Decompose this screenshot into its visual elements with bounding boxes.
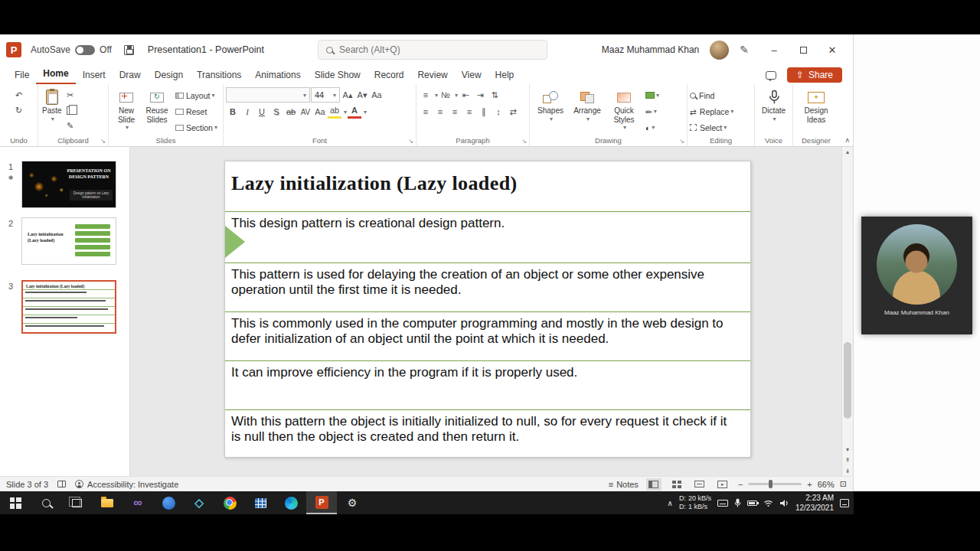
slide-3-thumbnail-selected[interactable]: Lazy initialization (Lazy loaded) (21, 280, 116, 334)
search-box[interactable] (318, 40, 547, 60)
grow-font-button[interactable]: A▴ (341, 88, 354, 102)
scroll-up-button[interactable]: ▴ (842, 148, 853, 155)
zoom-slider-knob[interactable] (769, 480, 773, 488)
text-highlight-button[interactable]: ab (328, 105, 341, 119)
accessibility-status[interactable]: Accessibility: Investigate (75, 480, 178, 489)
paragraph-dialog-launcher[interactable]: ↘ (521, 138, 527, 145)
align-left-button[interactable]: ≡ (419, 105, 433, 119)
highlight-dropdown-icon[interactable]: ▾ (344, 109, 347, 116)
tab-review[interactable]: Review (410, 67, 454, 84)
previous-slide-button[interactable]: ↟ (845, 457, 851, 464)
slide-editor[interactable]: Lazy initialization (Lazy loaded) This d… (224, 161, 751, 458)
font-name-combo[interactable]: ▾ (226, 87, 310, 103)
tab-draw[interactable]: Draw (113, 67, 148, 84)
slide-text-row[interactable]: It can improve efficiency in the program… (225, 360, 750, 409)
align-center-button[interactable]: ≡ (433, 105, 447, 119)
italic-button[interactable]: I (240, 105, 254, 119)
copy-button[interactable] (64, 103, 77, 117)
slide-text-row[interactable]: This pattern is used for delaying the cr… (225, 262, 750, 311)
powerpoint-app-icon[interactable]: P (6, 42, 21, 57)
align-right-button[interactable]: ≡ (448, 105, 462, 119)
clear-formatting-button[interactable]: Aa (370, 88, 384, 102)
section-button[interactable]: Section▾ (175, 120, 217, 135)
font-dialog-launcher[interactable]: ↘ (408, 138, 413, 145)
settings-button[interactable]: ⚙ (337, 491, 368, 514)
shapes-button[interactable]: Shapes ▾ (532, 86, 569, 135)
design-ideas-button[interactable]: ✦ Design Ideas (795, 86, 837, 126)
redo-button[interactable]: ↻ (12, 103, 26, 117)
font-color-dropdown-icon[interactable]: ▾ (364, 109, 367, 116)
reading-view-button[interactable] (692, 478, 707, 491)
slide-text-row[interactable]: This design pattern is creational design… (225, 212, 750, 262)
task-view-button[interactable] (61, 491, 92, 514)
tab-transitions[interactable]: Transitions (190, 67, 248, 84)
cut-button[interactable]: ✂ (64, 88, 77, 102)
save-icon[interactable] (124, 45, 134, 55)
battery-tray-icon[interactable] (747, 500, 757, 506)
underline-button[interactable]: U (255, 105, 269, 119)
collapse-ribbon-button[interactable]: ∧ (844, 136, 850, 144)
fit-slide-button[interactable]: ⊡ (840, 479, 847, 489)
strikethrough-button[interactable]: ab (284, 105, 298, 119)
slide-text-row[interactable]: With this pattern the object is initiall… (225, 409, 750, 459)
action-center-icon[interactable] (840, 499, 849, 507)
vertical-scrollbar[interactable]: ▴ ▾ ↟ ↡ (841, 147, 853, 476)
account-avatar[interactable] (710, 41, 729, 60)
edge-button[interactable] (276, 491, 306, 514)
comments-icon[interactable] (766, 71, 776, 80)
font-color-button[interactable]: A (348, 105, 361, 119)
file-explorer-button[interactable] (92, 491, 122, 514)
visual-studio-button[interactable]: ∞ (122, 491, 153, 514)
normal-view-button[interactable] (646, 478, 662, 491)
format-painter-button[interactable]: ✎ (64, 119, 77, 132)
wifi-tray-icon[interactable] (763, 499, 773, 507)
paste-button[interactable]: Paste ▾ (41, 86, 64, 135)
text-direction-button[interactable]: ⇅ (488, 88, 501, 102)
powerpoint-taskbar-button[interactable]: P (306, 491, 337, 514)
zoom-in-button[interactable]: + (807, 480, 812, 489)
bullets-button[interactable]: ≡ (419, 88, 433, 102)
minimize-button[interactable]: – (760, 37, 789, 62)
increase-indent-button[interactable]: ⇥ (473, 88, 487, 102)
bullets-dropdown-icon[interactable]: ▾ (435, 92, 438, 99)
undo-button[interactable]: ↶ (12, 88, 26, 102)
account-name[interactable]: Maaz Muhammad Khan (602, 44, 699, 55)
tab-help[interactable]: Help (488, 67, 521, 84)
shape-effects-button[interactable]: ◐▾ (645, 120, 659, 135)
tab-view[interactable]: View (455, 67, 488, 84)
reset-button[interactable]: Reset (175, 104, 217, 119)
slide-show-button[interactable]: ▸ (715, 478, 730, 491)
speaker-tray-icon[interactable] (779, 499, 789, 507)
decrease-indent-button[interactable]: ⇤ (459, 88, 472, 102)
numbering-button[interactable]: № (439, 88, 452, 102)
taskbar-search-button[interactable] (31, 491, 61, 514)
autosave-control[interactable]: AutoSave Off (31, 44, 112, 55)
keyboard-tray-icon[interactable] (717, 500, 728, 507)
clipboard-dialog-launcher[interactable]: ↘ (100, 138, 106, 145)
viewer-3d-button[interactable]: ◇ (184, 491, 214, 514)
grid-app-button[interactable] (245, 491, 276, 514)
tab-animations[interactable]: Animations (248, 67, 307, 84)
drawing-dialog-launcher[interactable]: ↘ (679, 138, 684, 145)
dictate-button[interactable]: Dictate ▾ (757, 86, 790, 124)
tab-slide-show[interactable]: Slide Show (308, 67, 368, 84)
bold-button[interactable]: B (226, 105, 240, 119)
character-spacing-button[interactable]: AV (299, 105, 312, 119)
columns-button[interactable]: ∥ (477, 105, 491, 119)
line-spacing-button[interactable]: ↕ (492, 105, 505, 119)
scrollbar-thumb[interactable] (844, 342, 851, 419)
tray-overflow-button[interactable]: ∧ (668, 499, 673, 507)
zoom-out-button[interactable]: − (738, 480, 743, 489)
close-button[interactable]: ✕ (818, 37, 847, 62)
scroll-down-button[interactable]: ▾ (846, 446, 849, 453)
shape-outline-button[interactable]: ✏▾ (645, 104, 659, 119)
tab-record[interactable]: Record (368, 67, 411, 84)
arrange-button[interactable]: Arrange ▾ (569, 86, 606, 135)
app-button-blue[interactable] (153, 491, 184, 514)
restore-button[interactable] (789, 37, 818, 62)
tab-home[interactable]: Home (36, 65, 75, 84)
slide-1-thumbnail[interactable]: PRESENTATION ON DESIGN PATTERN Design pa… (21, 161, 116, 208)
zoom-level[interactable]: 66% (818, 480, 835, 489)
justify-button[interactable]: ≡ (462, 105, 476, 119)
chrome-button[interactable] (214, 491, 245, 514)
